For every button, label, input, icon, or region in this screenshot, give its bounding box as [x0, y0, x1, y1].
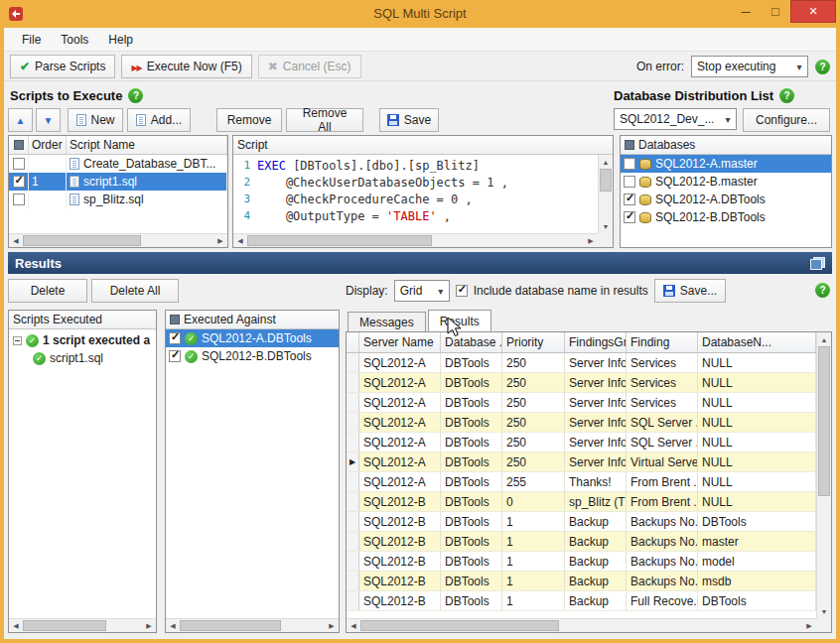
- menu-file[interactable]: File: [12, 30, 51, 50]
- scrollbar-thumb[interactable]: [23, 620, 106, 631]
- distribution-list-select[interactable]: SQL2012_Dev_...: [614, 108, 737, 130]
- scrollbar-thumb[interactable]: [360, 620, 559, 631]
- script-row[interactable]: 1script1.sql: [9, 173, 227, 191]
- grid-row[interactable]: SQL2012-ADBTools250Server InfoSQL Server…: [347, 413, 816, 433]
- maximize-button[interactable]: [761, 0, 790, 23]
- add-script-button[interactable]: Add...: [127, 108, 191, 132]
- scroll-right-icon[interactable]: [325, 619, 339, 632]
- scroll-right-icon[interactable]: [584, 234, 598, 247]
- script-vscrollbar[interactable]: [598, 155, 613, 233]
- scroll-down-icon[interactable]: [599, 219, 613, 233]
- script-row-checkbox[interactable]: [13, 158, 25, 170]
- move-up-button[interactable]: [8, 108, 33, 132]
- database-row[interactable]: SQL2012-B.DBTools: [621, 208, 831, 226]
- save-results-button[interactable]: Save...: [654, 279, 726, 303]
- scroll-left-icon[interactable]: [166, 619, 180, 632]
- cancel-button[interactable]: Cancel (Esc): [258, 55, 361, 78]
- scrollbar-track[interactable]: [247, 234, 584, 247]
- scrollbar-track[interactable]: [817, 346, 831, 604]
- scrollbar-thumb[interactable]: [180, 620, 281, 631]
- scroll-left-icon[interactable]: [347, 619, 360, 632]
- scroll-left-icon[interactable]: [233, 234, 247, 247]
- results-help-icon[interactable]: [815, 283, 830, 298]
- menu-help[interactable]: Help: [98, 30, 143, 50]
- select-all-checkbox[interactable]: [14, 140, 24, 150]
- scripts-executed-hscrollbar[interactable]: [9, 618, 156, 632]
- grid-row[interactable]: SQL2012-BDBTools1BackupBackups No...mast…: [347, 532, 816, 552]
- tab-results[interactable]: Results: [428, 310, 491, 331]
- grid-row[interactable]: ▶SQL2012-ADBTools250Server InfoVirtual S…: [347, 452, 816, 472]
- configure-button[interactable]: Configure...: [743, 108, 830, 132]
- scrollbar-thumb[interactable]: [600, 169, 612, 192]
- tree-collapse-icon[interactable]: [13, 336, 22, 345]
- menu-tools[interactable]: Tools: [51, 30, 98, 50]
- script-row[interactable]: Create_Database_DBT...: [9, 155, 227, 173]
- scroll-right-icon[interactable]: [213, 234, 227, 247]
- grid-row[interactable]: SQL2012-BDBTools1BackupBackups No...msdb: [347, 572, 816, 591]
- scripts-table-hscrollbar[interactable]: [9, 233, 227, 247]
- database-checkbox[interactable]: [624, 211, 635, 223]
- scroll-up-icon[interactable]: [599, 155, 613, 169]
- scroll-up-icon[interactable]: [817, 332, 831, 346]
- database-row[interactable]: SQL2012-A.DBTools: [621, 191, 831, 208]
- parse-scripts-button[interactable]: Parse Scripts: [10, 55, 115, 78]
- executed-against-checkbox[interactable]: [169, 332, 181, 344]
- grid-row[interactable]: SQL2012-ADBTools250Server InfoServicesNU…: [347, 353, 816, 373]
- move-down-button[interactable]: [36, 108, 61, 132]
- database-checkbox[interactable]: [624, 158, 635, 170]
- database-row[interactable]: SQL2012-A.master: [621, 155, 831, 173]
- grid-column-header[interactable]: FindingsGr...: [565, 332, 627, 352]
- display-select[interactable]: Grid: [394, 280, 450, 302]
- scroll-left-icon[interactable]: [9, 619, 23, 632]
- grid-column-header[interactable]: Database ...: [441, 332, 502, 352]
- new-script-button[interactable]: New: [68, 108, 123, 132]
- scroll-down-icon[interactable]: [817, 604, 831, 618]
- scrollbar-track[interactable]: [23, 234, 213, 247]
- scrollbar-track[interactable]: [360, 619, 802, 632]
- delete-button[interactable]: Delete: [8, 279, 87, 303]
- scroll-right-icon[interactable]: [802, 619, 816, 632]
- scrollbar-thumb[interactable]: [23, 235, 141, 246]
- scrollbar-track[interactable]: [23, 619, 142, 632]
- scroll-left-icon[interactable]: [9, 234, 23, 247]
- script-code[interactable]: 1EXEC [DBTools].[dbo].[sp_Blitz]2 @Check…: [233, 155, 598, 233]
- close-button[interactable]: [790, 0, 836, 23]
- executed-against-checkbox[interactable]: [169, 350, 181, 362]
- grid-row[interactable]: SQL2012-ADBTools250Server InfoSQL Server…: [347, 433, 816, 452]
- include-db-name-checkbox[interactable]: [456, 285, 468, 297]
- tab-messages[interactable]: Messages: [348, 312, 426, 331]
- script-row[interactable]: sp_Blitz.sql: [9, 191, 227, 208]
- remove-button[interactable]: Remove: [216, 108, 282, 132]
- delete-all-button[interactable]: Delete All: [91, 279, 179, 303]
- executed-against-hscrollbar[interactable]: [166, 618, 339, 632]
- grid-row[interactable]: SQL2012-ADBTools255Thanks!From Brent ...…: [347, 472, 816, 492]
- on-error-select[interactable]: Stop executing: [691, 56, 808, 77]
- grid-row[interactable]: SQL2012-BDBTools1BackupBackups No...mode…: [347, 552, 816, 572]
- grid-column-header[interactable]: Server Name: [359, 332, 441, 352]
- grid-column-header[interactable]: Finding: [627, 332, 698, 352]
- scrollbar-track[interactable]: [180, 619, 325, 632]
- grid-row[interactable]: SQL2012-BDBTools1BackupBackups No...DBTo…: [347, 512, 816, 532]
- float-panel-icon[interactable]: [810, 257, 825, 270]
- script-row-checkbox[interactable]: [13, 176, 25, 188]
- save-scripts-button[interactable]: Save: [379, 108, 439, 132]
- tree-root-item[interactable]: 1 script executed a: [9, 331, 156, 349]
- databases-select-all-checkbox[interactable]: [625, 140, 634, 150]
- grid-vscrollbar[interactable]: [816, 332, 831, 618]
- help-icon[interactable]: [815, 60, 830, 74]
- grid-row[interactable]: SQL2012-ADBTools250Server InfoServicesNU…: [347, 373, 816, 393]
- database-checkbox[interactable]: [624, 176, 635, 188]
- grid-hscrollbar[interactable]: [347, 618, 816, 632]
- grid-column-header[interactable]: DatabaseN...: [698, 332, 816, 352]
- scrollbar-thumb[interactable]: [818, 346, 830, 496]
- scrollbar-track[interactable]: [599, 169, 613, 219]
- grid-column-header[interactable]: Priority: [502, 332, 565, 352]
- execute-now-button[interactable]: Execute Now (F5): [121, 55, 251, 78]
- grid-row[interactable]: SQL2012-BDBTools1BackupFull Recove...DBT…: [347, 591, 816, 611]
- executed-against-row[interactable]: SQL2012-A.DBTools: [166, 329, 339, 347]
- database-row[interactable]: SQL2012-B.master: [621, 173, 831, 191]
- scroll-right-icon[interactable]: [142, 619, 156, 632]
- grid-row[interactable]: SQL2012-BDBTools0sp_Blitz (TM...From Bre…: [347, 492, 816, 512]
- remove-all-button[interactable]: Remove All: [286, 108, 363, 132]
- scripts-help-icon[interactable]: [128, 88, 143, 103]
